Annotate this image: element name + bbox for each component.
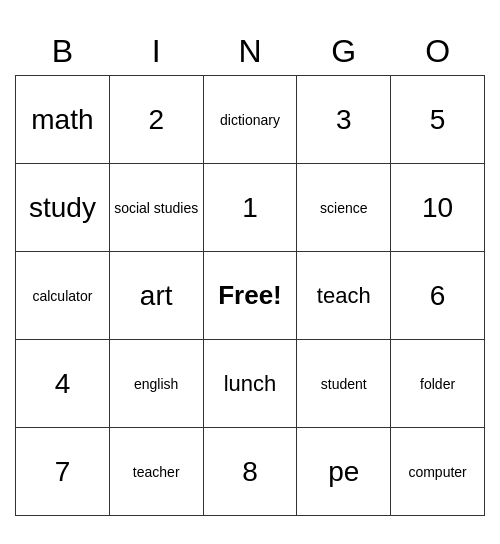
table-row: calculatorartFree!teach6 xyxy=(16,252,485,340)
cell-r4c1: teacher xyxy=(109,428,203,516)
cell-r2c0: calculator xyxy=(16,252,110,340)
cell-r4c2: 8 xyxy=(203,428,297,516)
cell-r1c0: study xyxy=(16,164,110,252)
cell-r0c3: 3 xyxy=(297,76,391,164)
cell-r3c4: folder xyxy=(391,340,485,428)
cell-r0c4: 5 xyxy=(391,76,485,164)
cell-r0c2: dictionary xyxy=(203,76,297,164)
table-row: 7teacher8pecomputer xyxy=(16,428,485,516)
table-row: math2dictionary35 xyxy=(16,76,485,164)
header-i: I xyxy=(109,28,203,76)
cell-r1c2: 1 xyxy=(203,164,297,252)
cell-r3c0: 4 xyxy=(16,340,110,428)
cell-r3c1: english xyxy=(109,340,203,428)
header-n: N xyxy=(203,28,297,76)
cell-r1c1: social studies xyxy=(109,164,203,252)
table-row: studysocial studies1science10 xyxy=(16,164,485,252)
cell-r2c3: teach xyxy=(297,252,391,340)
cell-r3c3: student xyxy=(297,340,391,428)
cell-r1c3: science xyxy=(297,164,391,252)
cell-r0c0: math xyxy=(16,76,110,164)
cell-r2c4: 6 xyxy=(391,252,485,340)
cell-r3c2: lunch xyxy=(203,340,297,428)
bingo-card: B I N G O math2dictionary35studysocial s… xyxy=(15,28,485,517)
header-o: O xyxy=(391,28,485,76)
cell-r2c2: Free! xyxy=(203,252,297,340)
cell-r0c1: 2 xyxy=(109,76,203,164)
header-b: B xyxy=(16,28,110,76)
cell-r4c3: pe xyxy=(297,428,391,516)
table-row: 4englishlunchstudentfolder xyxy=(16,340,485,428)
cell-r1c4: 10 xyxy=(391,164,485,252)
cell-r2c1: art xyxy=(109,252,203,340)
cell-r4c4: computer xyxy=(391,428,485,516)
header-g: G xyxy=(297,28,391,76)
cell-r4c0: 7 xyxy=(16,428,110,516)
